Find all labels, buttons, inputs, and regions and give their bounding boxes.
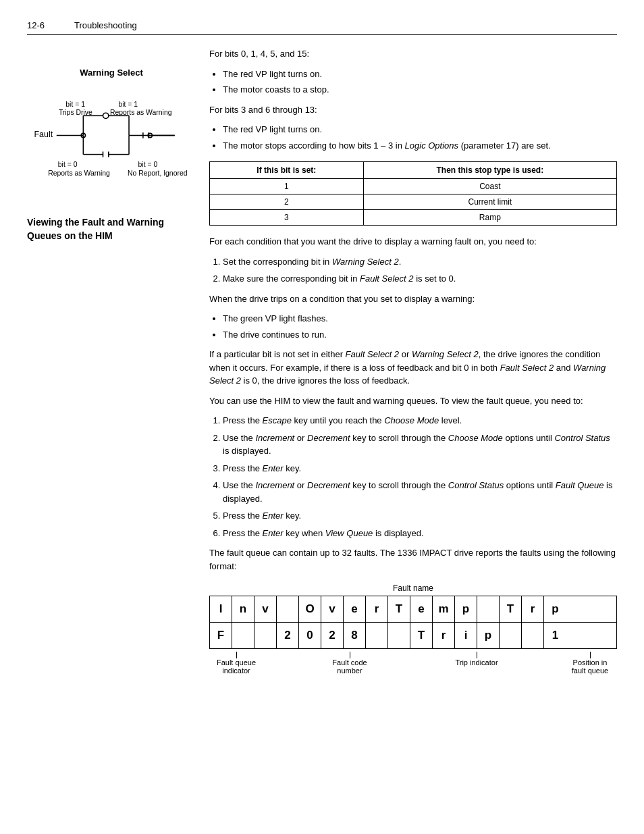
fault-row2-cell-4: 0 (299, 623, 321, 648)
fault-row1-cell-5: v (321, 596, 344, 622)
fault-name-label: Fault name (209, 583, 617, 593)
fault-row1-cell-15: p (544, 596, 566, 622)
fault-row-2: F 2028 Trip 1 (210, 623, 616, 648)
fault-row1-cell-1: n (232, 596, 254, 622)
warning-step-2: Make sure the corresponding bit in Fault… (223, 272, 617, 286)
warning-steps-list: Set the corresponding bit in Warning Sel… (223, 255, 617, 286)
fault-row2-cell-3: 2 (277, 623, 299, 648)
fault-labels: Fault queueindicator Fault codenumber Tr… (209, 652, 617, 685)
him-step-1: Press the Escape key until you reach the… (223, 414, 617, 427)
fault-row2-cell-2 (254, 623, 277, 648)
svg-text:Reports as Warning: Reports as Warning (48, 170, 110, 177)
fault-code-label: Fault codenumber (309, 652, 390, 675)
when-trips-para: When the drive trips on a condition that… (209, 292, 617, 306)
fault-display-box: Inv OverTemp Trp F 2028 Trip 1 (209, 596, 617, 649)
fault-row1-cell-10: m (433, 596, 455, 622)
fault-row2-cell-5: 2 (321, 623, 344, 648)
fault-row2-cell-13 (500, 623, 522, 648)
left-column: Warning Select Fault bit = 1 (27, 47, 209, 685)
svg-text:No Report, Ignored: No Report, Ignored (128, 170, 188, 177)
bullet-2a: The red VP light turns on. (223, 123, 617, 136)
fault-row2-cell-15: 1 (544, 623, 566, 648)
fault-row2-cell-12: p (477, 623, 500, 648)
fault-row1-cell-3 (277, 596, 299, 622)
fault-format-wrap: Fault name Inv OverTemp Trp F 2028 Trip … (209, 583, 617, 685)
fault-row1-cell-4: O (299, 596, 321, 622)
fault-row2-cell-1 (232, 623, 254, 648)
him-step-2: Use the Increment or Decrement key to sc… (223, 432, 617, 458)
fault-row2-cell-14 (522, 623, 544, 648)
warning-step-1: Set the corresponding bit in Warning Sel… (223, 255, 617, 269)
fault-row2-cell-8 (388, 623, 410, 648)
stop-table-stop: Ramp (363, 210, 616, 226)
trips-bullet-1: The green VP light flashes. (223, 312, 617, 325)
fault-row2-cell-9: T (410, 623, 433, 648)
bullet-2b: The motor stops according to how bits 1 … (223, 139, 617, 153)
bits-bullets-2: The red VP light turns on. The motor sto… (223, 123, 617, 152)
fault-queue-para: The fault queue can contain up to 32 fau… (209, 546, 617, 573)
svg-text:bit = 1: bit = 1 (65, 101, 85, 108)
svg-text:bit = 0: bit = 0 (58, 161, 78, 168)
stop-table-bit: 1 (210, 179, 364, 194)
trips-bullet-2: The drive continues to run. (223, 328, 617, 342)
fault-row1-cell-7: r (366, 596, 388, 622)
stop-table-stop: Current limit (363, 194, 616, 210)
col2-header: Then this stop type is used: (363, 162, 616, 179)
fault-row1-cell-13: T (500, 596, 522, 622)
svg-text:bit = 1: bit = 1 (118, 101, 138, 108)
fault-row2-cell-7 (366, 623, 388, 648)
fault-row1-cell-2: v (254, 596, 277, 622)
fault-row1-cell-14: r (522, 596, 544, 622)
fault-row1-cell-12 (477, 596, 500, 622)
trip-indicator-label: Trip indicator (436, 652, 517, 667)
svg-text:bit = 0: bit = 0 (138, 161, 158, 168)
bits-bullets-1: The red VP light turns on. The motor coa… (223, 68, 617, 97)
page-number: 12-6 (27, 20, 54, 30)
fault-row1-cell-9: e (410, 596, 433, 622)
section-heading-left: Viewing the Fault and Warning Queues on … (27, 216, 196, 242)
page: 12-6 Troubleshooting Warning Select Faul… (0, 0, 644, 712)
main-content: Warning Select Fault bit = 1 (27, 47, 617, 685)
bits-intro-1: For bits 0, 1, 4, 5, and 15: (209, 47, 617, 61)
fault-row2-cell-0: F (210, 623, 232, 648)
svg-text:Trips Drive: Trips Drive (59, 109, 92, 116)
fault-row1-cell-0: I (210, 596, 232, 622)
bits-intro-2: For bits 3 and 6 through 13: (209, 103, 617, 117)
bullet-1a: The red VP light turns on. (223, 68, 617, 81)
him-step-5: Press the Enter key. (223, 509, 617, 523)
stop-table-wrap: If this bit is set: Then this stop type … (209, 161, 617, 226)
fault-row1-cell-11: p (455, 596, 477, 622)
diagram-title: Warning Select (27, 68, 196, 78)
warning-para1: For each condition that you want the dri… (209, 235, 617, 249)
right-column: For bits 0, 1, 4, 5, and 15: The red VP … (209, 47, 617, 685)
col1-header: If this bit is set: (210, 162, 364, 179)
bullet-1b: The motor coasts to a stop. (223, 83, 617, 97)
fault-row2-cell-11: i (455, 623, 477, 648)
fault-row-1: Inv OverTemp Trp (210, 596, 616, 623)
svg-point-5 (103, 113, 109, 118)
if-not-set-para: If a particular bit is not set in either… (209, 348, 617, 388)
fault-row1-cell-8: T (388, 596, 410, 622)
stop-table: If this bit is set: Then this stop type … (209, 161, 617, 226)
svg-text:Fault: Fault (34, 130, 53, 139)
warning-select-svg: Fault bit = 1 Trips Drive bit = 1 (27, 83, 196, 205)
stop-table-bit: 3 (210, 210, 364, 226)
him-step-4: Use the Increment or Decrement key to sc… (223, 479, 617, 505)
him-step-6: Press the Enter key when View Queue is d… (223, 527, 617, 540)
header-bar: 12-6 Troubleshooting (27, 20, 617, 35)
him-step-3: Press the Enter key. (223, 462, 617, 475)
stop-table-bit: 2 (210, 194, 364, 210)
svg-text:Reports as Warning: Reports as Warning (110, 109, 172, 116)
him-steps-list: Press the Escape key until you reach the… (223, 414, 617, 540)
page-title: Troubleshooting (74, 20, 137, 30)
fault-row1-cell-6: e (344, 596, 366, 622)
fault-queue-indicator-label: Fault queueindicator (209, 652, 263, 675)
fault-row2-cell-10: r (433, 623, 455, 648)
position-label: Position infault queue (563, 652, 617, 675)
fault-row2-cell-6: 8 (344, 623, 366, 648)
warning-select-diagram: Warning Select Fault bit = 1 (27, 68, 196, 203)
stop-table-stop: Coast (363, 179, 616, 194)
trips-bullets: The green VP light flashes. The drive co… (223, 312, 617, 341)
him-intro: You can use the HIM to view the fault an… (209, 394, 617, 408)
